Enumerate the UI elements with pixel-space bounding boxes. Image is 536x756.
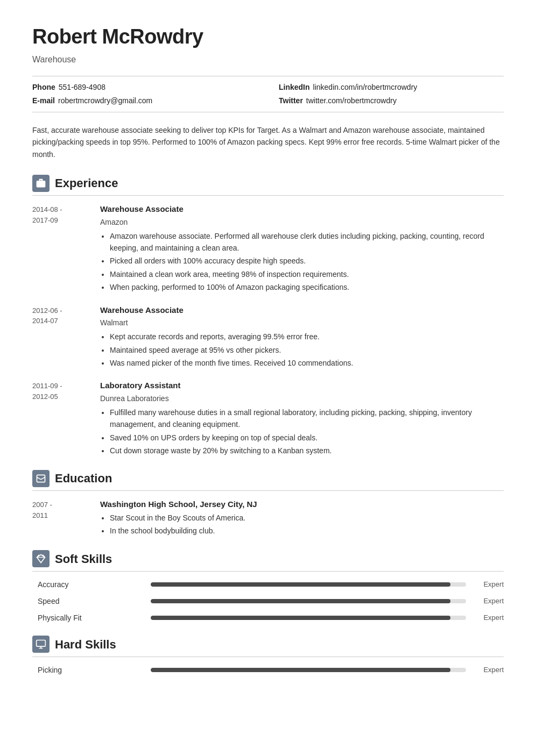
entry-bullets: Kept accurate records and reports, avera…: [100, 331, 504, 369]
skill-name: Accuracy: [38, 579, 145, 590]
entry-company: Dunrea Laboratories: [100, 393, 504, 404]
hard-skills-header: Hard Skills: [32, 636, 504, 657]
skill-bar-container: [151, 616, 466, 620]
entry-bullets: Amazon warehouse associate. Performed al…: [100, 230, 504, 294]
entry-title: Warehouse Associate: [100, 203, 504, 216]
contact-grid: Phone 551-689-4908 LinkedIn linkedin.com…: [32, 76, 504, 112]
entry: 2011-09 - 2012-05Laboratory AssistantDun…: [32, 380, 504, 458]
bullet-item: Maintained a clean work area, meeting 98…: [110, 268, 504, 280]
experience-title: Experience: [55, 174, 118, 192]
svg-rect-3: [37, 475, 45, 482]
skill-level: Expert: [471, 665, 504, 675]
skill-bar-container: [151, 582, 466, 587]
skill-name: Speed: [38, 596, 145, 607]
entry-content: Warehouse AssociateWalmartKept accurate …: [100, 304, 504, 370]
experience-section: Experience 2014-08 - 2017-09Warehouse As…: [32, 174, 504, 458]
email-value: robertmcrowdry@gmail.com: [58, 95, 152, 106]
skill-bar: [151, 582, 450, 587]
hard-skills-section: Hard Skills PickingExpert: [32, 636, 504, 676]
entry-company: Amazon: [100, 217, 504, 228]
education-header: Education: [32, 469, 504, 491]
education-title: Education: [55, 469, 112, 487]
resume-container: Robert McRowdry Warehouse Phone 551-689-…: [0, 0, 536, 720]
hard-skills-icon: [32, 636, 50, 653]
twitter-value: twitter.com/robertmcrowdry: [306, 95, 397, 106]
phone-label: Phone: [32, 82, 55, 93]
experience-icon: [32, 175, 50, 192]
phone-item: Phone 551-689-4908: [32, 82, 257, 93]
bullet-item: Was named picker of the month five times…: [110, 357, 504, 369]
skill-row: SpeedExpert: [38, 596, 504, 607]
skill-level: Expert: [471, 612, 504, 623]
twitter-label: Twitter: [279, 95, 303, 106]
skill-bar-container: [151, 599, 466, 603]
bullet-item: Fulfilled many warehouse duties in a sma…: [110, 406, 504, 431]
phone-value: 551-689-4908: [59, 82, 105, 93]
entry-content: Washington High School, Jersey City, NJS…: [100, 498, 504, 538]
bullet-item: When packing, performed to 100% of Amazo…: [110, 281, 504, 293]
skill-row: Physically FitExpert: [38, 612, 504, 624]
soft-skills-list: AccuracyExpertSpeedExpertPhysically FitE…: [32, 579, 504, 624]
skill-bar: [151, 599, 450, 603]
bullet-item: Picked all orders with 100% accuracy des…: [110, 255, 504, 267]
skill-row: AccuracyExpert: [38, 579, 504, 590]
soft-skills-icon: [32, 550, 50, 567]
soft-skills-section: Soft Skills AccuracyExpertSpeedExpertPhy…: [32, 550, 504, 624]
bullet-item: Maintained speed average at 95% vs other…: [110, 344, 504, 356]
skill-level: Expert: [471, 596, 504, 607]
bullet-item: Saved 10% on UPS orders by keeping on to…: [110, 432, 504, 444]
entry-bullets: Fulfilled many warehouse duties in a sma…: [100, 406, 504, 457]
entry: 2014-08 - 2017-09Warehouse AssociateAmaz…: [32, 203, 504, 294]
education-svg: [36, 473, 46, 484]
skill-level: Expert: [471, 579, 504, 590]
entry-company: Walmart: [100, 317, 504, 329]
skill-name: Picking: [38, 665, 145, 676]
entry: 2012-06 - 2014-07Warehouse AssociateWalm…: [32, 304, 504, 370]
skill-name: Physically Fit: [38, 612, 145, 624]
bullet-item: Kept accurate records and reports, avera…: [110, 331, 504, 343]
bullet-item: In the school bodybuilding club.: [110, 525, 504, 537]
bullet-item: Cut down storage waste by 20% by switchi…: [110, 445, 504, 457]
skill-bar-container: [151, 668, 466, 672]
linkedin-value: linkedin.com/in/robertmcrowdry: [313, 82, 418, 93]
date-range: 2014-08 - 2017-09: [32, 203, 91, 294]
briefcase-svg: [36, 178, 46, 189]
twitter-item: Twitter twitter.com/robertmcrowdry: [279, 95, 504, 106]
date-range: 2011-09 - 2012-05: [32, 380, 91, 458]
summary-text: Fast, accurate warehouse associate seeki…: [32, 124, 504, 160]
hard-skills-title: Hard Skills: [55, 636, 116, 653]
email-label: E-mail: [32, 95, 55, 106]
bullet-item: Amazon warehouse associate. Performed al…: [110, 230, 504, 254]
education-section: Education 2007 - 2011Washington High Sch…: [32, 469, 504, 538]
education-entries: 2007 - 2011Washington High School, Jerse…: [32, 498, 504, 538]
entry-title: Laboratory Assistant: [100, 380, 504, 392]
skill-bar: [151, 668, 450, 672]
hard-skills-list: PickingExpert: [32, 665, 504, 676]
candidate-name: Robert McRowdry: [32, 22, 504, 52]
bullet-item: Star Scout in the Boy Scouts of America.: [110, 512, 504, 524]
email-item: E-mail robertmcrowdry@gmail.com: [32, 95, 257, 106]
linkedin-label: LinkedIn: [279, 82, 310, 93]
skill-bar: [151, 616, 450, 620]
date-range: 2012-06 - 2014-07: [32, 304, 91, 370]
hard-skills-svg: [36, 639, 46, 650]
experience-header: Experience: [32, 174, 504, 196]
soft-skills-svg: [36, 553, 46, 564]
entry: 2007 - 2011Washington High School, Jerse…: [32, 498, 504, 538]
entry-content: Warehouse AssociateAmazonAmazon warehous…: [100, 203, 504, 294]
entry-title: Washington High School, Jersey City, NJ: [100, 498, 504, 511]
experience-entries: 2014-08 - 2017-09Warehouse AssociateAmaz…: [32, 203, 504, 458]
svg-rect-8: [37, 640, 46, 647]
education-icon: [32, 470, 50, 487]
skill-row: PickingExpert: [38, 665, 504, 676]
date-range: 2007 - 2011: [32, 498, 91, 538]
soft-skills-title: Soft Skills: [55, 550, 112, 568]
entry-bullets: Star Scout in the Boy Scouts of America.…: [100, 512, 504, 537]
soft-skills-header: Soft Skills: [32, 550, 504, 572]
job-title: Warehouse: [32, 53, 504, 66]
entry-title: Warehouse Associate: [100, 304, 504, 317]
entry-content: Laboratory AssistantDunrea LaboratoriesF…: [100, 380, 504, 458]
linkedin-item: LinkedIn linkedin.com/in/robertmcrowdry: [279, 82, 504, 93]
